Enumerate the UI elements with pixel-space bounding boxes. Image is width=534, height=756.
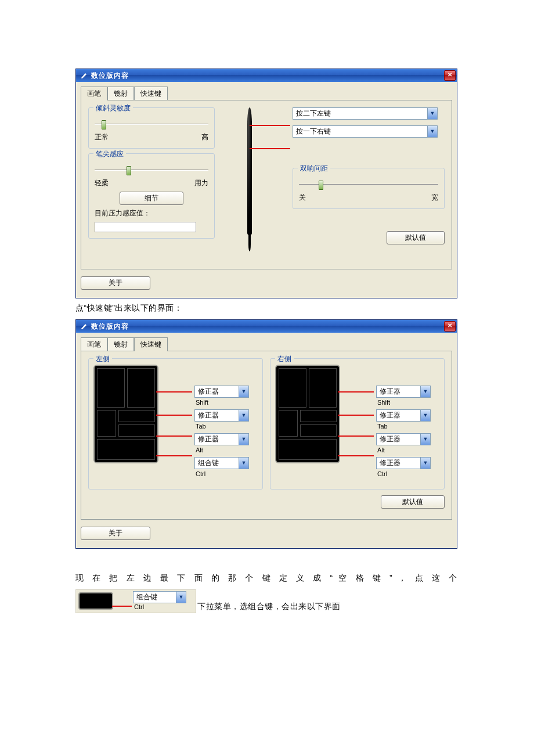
snippet-pad: [78, 592, 113, 610]
dbl-low-label: 关: [299, 193, 306, 203]
chevron-down-icon: ▼: [239, 434, 248, 445]
group-tip-label: 笔尖感应: [93, 149, 126, 159]
doc-line-3: 下拉菜单，选组合键，会出来以下界面: [197, 602, 341, 612]
tab-map[interactable]: 镜射: [107, 87, 134, 100]
right-sub-2: Tab: [376, 423, 439, 430]
chevron-down-icon: ▼: [420, 410, 430, 421]
right-sub-4: Ctrl: [376, 470, 439, 477]
group-dblclick: 双响间距 关 宽: [293, 168, 445, 209]
group-tilt: 倾斜灵敏度 正常 高: [88, 107, 215, 149]
chevron-down-icon: ▼: [239, 386, 248, 397]
left-combo-3[interactable]: 修正器▼: [194, 433, 249, 445]
window-quick-keys: 数位版内容 ✕ 画笔 镜射 快速键 左侧: [75, 319, 457, 549]
right-side-group: 右侧: [270, 358, 445, 489]
snippet-sub: Ctrl: [133, 603, 193, 610]
combo-text: 按二下左键: [293, 109, 427, 118]
top-button-combo[interactable]: 按二下左键 ▼: [293, 107, 438, 120]
left-combo-4[interactable]: 组合键▼: [194, 457, 249, 469]
brush-icon: [80, 322, 88, 330]
chevron-down-icon: ▼: [427, 126, 437, 137]
about-button[interactable]: 关于: [81, 276, 150, 290]
tilt-slider[interactable]: [95, 124, 208, 125]
close-button[interactable]: ✕: [444, 70, 456, 81]
titlebar: 数位版内容 ✕: [76, 69, 457, 82]
chevron-down-icon: ▼: [420, 458, 430, 469]
tab-pen[interactable]: 画笔: [81, 337, 107, 351]
tip-slider[interactable]: [95, 170, 208, 171]
dbl-high-label: 宽: [431, 193, 438, 203]
slider-thumb[interactable]: [319, 181, 323, 190]
slider-thumb[interactable]: [102, 120, 106, 129]
about-button[interactable]: 关于: [81, 527, 150, 540]
dbl-slider[interactable]: [299, 184, 438, 185]
chevron-down-icon: ▼: [420, 386, 430, 397]
mid-button-combo[interactable]: 按一下右键 ▼: [293, 125, 438, 138]
left-side-label: 左侧: [93, 354, 112, 364]
tip-high-label: 用力: [194, 178, 208, 188]
slider-thumb[interactable]: [127, 166, 131, 175]
detail-button[interactable]: 细节: [120, 192, 183, 205]
combo-text: 按一下右键: [293, 127, 427, 136]
tab-panel-quick: 左侧: [81, 351, 452, 520]
tab-pen[interactable]: 画笔: [81, 87, 107, 100]
tilt-high-label: 高: [201, 132, 208, 142]
group-tilt-label: 倾斜灵敏度: [93, 103, 133, 113]
brush-icon: [80, 71, 88, 80]
left-sub-2: Tab: [194, 423, 258, 430]
titlebar: 数位版内容 ✕: [76, 320, 457, 333]
right-combo-1[interactable]: 修正器▼: [376, 386, 431, 398]
right-side-label: 右侧: [275, 354, 294, 364]
left-combo-1[interactable]: 修正器▼: [194, 386, 249, 398]
tabs: 画笔 镜射 快速键: [81, 337, 452, 351]
chevron-down-icon: ▼: [427, 108, 437, 119]
tab-map[interactable]: 镜射: [107, 337, 134, 351]
left-side-group: 左侧: [88, 358, 263, 489]
chevron-down-icon: ▼: [239, 410, 248, 421]
group-dbl-label: 双响间距: [298, 164, 330, 174]
right-combo-2[interactable]: 修正器▼: [376, 409, 431, 422]
tilt-low-label: 正常: [95, 132, 109, 142]
doc-line-2: 现 在 把 左 边 最 下 面 的 那 个 键 定 义 成 “ 空 格 键 ” …: [75, 573, 457, 584]
left-sub-3: Alt: [194, 447, 258, 453]
tip-low-label: 轻柔: [95, 178, 109, 188]
tab-quick[interactable]: 快速键: [134, 87, 168, 100]
chevron-down-icon: ▼: [239, 458, 248, 469]
inline-snippet: 组合键 ▼ Ctrl 下拉菜单，选组合键，会出来以下界面: [75, 589, 457, 613]
pen-illustration: [215, 107, 284, 258]
close-button[interactable]: ✕: [444, 321, 456, 332]
chevron-down-icon: ▼: [176, 592, 186, 603]
tabs: 画笔 镜射 快速键: [81, 86, 452, 100]
left-sub-4: Ctrl: [194, 470, 258, 477]
right-combo-4[interactable]: 修正器▼: [376, 457, 431, 469]
left-combo-2[interactable]: 修正器▼: [194, 409, 249, 422]
right-sub-1: Shift: [376, 399, 439, 406]
tab-quick[interactable]: 快速键: [134, 337, 168, 351]
pad-left: [93, 365, 158, 463]
defaults-button[interactable]: 默认值: [387, 231, 445, 244]
doc-line-1: 点“快速键”出来以下的界面：: [75, 303, 457, 314]
pad-right: [275, 365, 340, 463]
right-combo-3[interactable]: 修正器▼: [376, 433, 431, 445]
snippet-combo[interactable]: 组合键 ▼: [133, 591, 186, 603]
group-tip: 笔尖感应 轻柔 用力 细节: [88, 153, 215, 239]
pressure-label: 目前压力感应值：: [95, 208, 208, 218]
chevron-down-icon: ▼: [420, 434, 430, 445]
window-pen-settings: 数位版内容 ✕ 画笔 镜射 快速键 倾斜灵敏度: [75, 69, 457, 298]
pressure-value-input[interactable]: [95, 222, 196, 232]
tab-panel-pen: 倾斜灵敏度 正常 高 笔尖感应: [81, 100, 452, 269]
right-sub-3: Alt: [376, 447, 439, 453]
window-title: 数位版内容: [91, 71, 444, 81]
defaults-button[interactable]: 默认值: [381, 495, 445, 509]
left-sub-1: Shift: [194, 399, 258, 406]
window-title: 数位版内容: [91, 322, 444, 332]
